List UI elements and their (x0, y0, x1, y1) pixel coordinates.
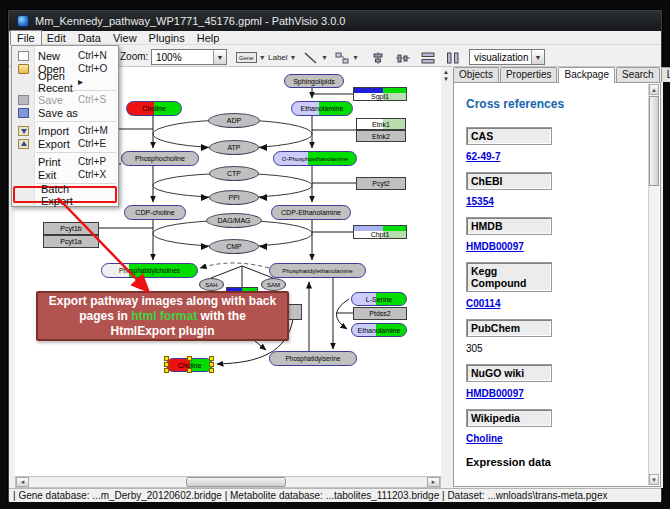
node-label: Phosphatidylserine (286, 355, 341, 362)
selection-handle[interactable] (187, 368, 192, 373)
node-sam[interactable]: SAM (261, 278, 286, 291)
align-horizontal-center-button[interactable] (392, 49, 414, 66)
xref-value-link[interactable]: 62-49-7 (466, 151, 500, 162)
node-choline-selected[interactable]: Choline (166, 358, 213, 372)
node-sphingolipids[interactable]: Sphingolipids (284, 74, 344, 88)
node-etnk1[interactable]: Etnk1 (356, 118, 406, 130)
file-menu-item-print[interactable]: PrintCtrl+P (12, 155, 118, 168)
menu-edit[interactable]: Edit (41, 31, 72, 45)
vertical-scrollbar[interactable]: ▲ ▼ (648, 84, 659, 485)
node-pcyt1a[interactable]: Pcyt1a (43, 235, 99, 248)
node-o-phosphoethanolamine[interactable]: O-Phosphoethanolamine (273, 151, 357, 166)
xref-value-link[interactable]: HMDB00097 (466, 241, 524, 252)
file-menu-item-import[interactable]: ImportCtrl+M (12, 124, 118, 137)
node-chpt1[interactable]: Chpt1 (353, 225, 407, 239)
file-menu-item-new[interactable]: NewCtrl+N (12, 49, 118, 62)
selection-handle[interactable] (164, 362, 169, 367)
shape-tool-button[interactable]: ▼ (331, 49, 362, 66)
tab-properties[interactable]: Properties (500, 67, 558, 82)
horizontal-scrollbar-thumb[interactable] (186, 477, 286, 487)
horizontal-scrollbar[interactable]: ◄ ► (15, 476, 441, 488)
tab-backpage[interactable]: Backpage (558, 67, 614, 83)
node-pcyt2[interactable]: Pcyt2 (356, 177, 406, 190)
node-label: Ptdss2 (369, 310, 390, 317)
tab-legend[interactable]: Legend (661, 67, 670, 82)
node-l-serine[interactable]: L-Serine (351, 292, 407, 306)
node-ppi[interactable]: PPi (209, 190, 259, 205)
scroll-right-icon[interactable]: ► (427, 477, 440, 487)
saveas-icon (12, 108, 34, 118)
node-phosphatidylethanolamine[interactable]: Phosphatidylethanolamine (269, 263, 366, 278)
node-sah[interactable]: SAH (199, 278, 224, 291)
node-ethanolamine-2[interactable]: Ethanolamine (351, 323, 407, 337)
distribute-horizontal-button[interactable] (417, 49, 439, 66)
selection-handle[interactable] (209, 356, 214, 361)
menu-help[interactable]: Help (191, 31, 226, 45)
node-label: O-Phosphoethanolamine (282, 156, 348, 162)
app-window: Mm_Kennedy_pathway_WP1771_45176.gpml - P… (8, 10, 662, 501)
visualization-dropdown-arrow-icon[interactable]: ▼ (531, 50, 544, 64)
node-sgpl1[interactable]: Sgpl1 (353, 87, 407, 101)
menu-data[interactable]: Data (72, 31, 107, 45)
node-ctp[interactable]: CTP (209, 166, 259, 181)
xref-section-chebi: ChEBI15354 (466, 172, 660, 207)
scroll-down-icon[interactable]: ▼ (649, 474, 659, 485)
node-ptdss2[interactable]: Ptdss2 (353, 307, 407, 320)
menu-shortcut: ▸ (78, 76, 118, 87)
gene-tool-button[interactable]: Gene▼ (233, 49, 269, 66)
splitter-collapse-handle[interactable]: ▲▼ (442, 69, 450, 83)
align-vertical-center-button[interactable] (367, 49, 389, 66)
cross-references-heading: Cross references (466, 97, 660, 111)
node-label: Etnk2 (372, 133, 390, 140)
selection-handle[interactable] (209, 368, 214, 373)
vertical-scrollbar-thumb[interactable] (649, 96, 659, 186)
node-etnk2[interactable]: Etnk2 (356, 130, 406, 142)
zoom-dropdown-arrow-icon[interactable]: ▼ (213, 50, 226, 64)
menu-view[interactable]: View (107, 31, 143, 45)
label-tool-button[interactable]: Label▼ (265, 49, 300, 66)
file-menu-item-batch-export[interactable]: Batch Export (13, 186, 117, 203)
node-phosphocholine[interactable]: Phosphocholine (121, 151, 199, 166)
new-icon (12, 51, 34, 61)
xref-section-hmdb: HMDBHMDB00097 (466, 217, 660, 252)
node-adp[interactable]: ADP (208, 113, 260, 128)
node-atp[interactable]: ATP (209, 140, 259, 155)
selection-handle[interactable] (164, 368, 169, 373)
visualization-combobox[interactable]: visualization ▼ (469, 49, 545, 65)
node-label: Ethanolamine (301, 105, 344, 112)
node-choline[interactable]: Choline (126, 101, 182, 116)
line-tool-button[interactable]: ▼ (300, 49, 331, 66)
annotation-line2-post: with the (197, 309, 246, 323)
tab-search[interactable]: Search (616, 67, 660, 82)
xref-value-link[interactable]: C00114 (466, 298, 500, 309)
panel-splitter[interactable]: ▲▼ (441, 67, 451, 488)
node-cdp-choline[interactable]: CDP-choline (124, 205, 186, 220)
zoom-combobox[interactable]: 100% ▼ (151, 49, 227, 65)
file-menu-item-export[interactable]: ExportCtrl+E (12, 137, 118, 150)
xref-source-header: HMDB (466, 217, 552, 235)
import-icon (12, 126, 34, 136)
node-phosphatidylserine[interactable]: Phosphatidylserine (269, 351, 357, 366)
selection-handle[interactable] (187, 356, 192, 361)
xref-value-link[interactable]: 15354 (466, 196, 494, 207)
node-cmp[interactable]: CMP (209, 239, 259, 254)
node-pcyt1b[interactable]: Pcyt1b (43, 222, 99, 235)
scroll-left-icon[interactable]: ◄ (16, 477, 29, 487)
menu-plugins[interactable]: Plugins (143, 31, 191, 45)
file-menu-item-exit[interactable]: ExitCtrl+X (12, 168, 118, 181)
xref-value-link[interactable]: Choline (466, 433, 503, 444)
distribute-vertical-button[interactable] (442, 49, 464, 66)
tab-objects[interactable]: Objects (453, 67, 499, 82)
node-phosphatidylcholines[interactable]: Phosphatidylcholines (101, 263, 198, 278)
xref-value-link[interactable]: HMDB00097 (466, 388, 524, 399)
file-menu-item-save-as[interactable]: Save as (12, 106, 118, 119)
node-ethanolamine[interactable]: Ethanolamine (291, 101, 353, 116)
file-menu-item-open-recent[interactable]: Open Recent▸ (12, 75, 118, 88)
selection-handle[interactable] (209, 362, 214, 367)
selection-handle[interactable] (164, 356, 169, 361)
xref-section-pubchem: PubChem305 (466, 319, 660, 354)
scroll-up-icon[interactable]: ▲ (649, 84, 659, 95)
node-dag-mag[interactable]: DAG/MAG (206, 213, 262, 228)
menu-file[interactable]: File (11, 31, 41, 45)
node-cdp-ethanolamine[interactable]: CDP-Ethanolamine (271, 205, 351, 220)
